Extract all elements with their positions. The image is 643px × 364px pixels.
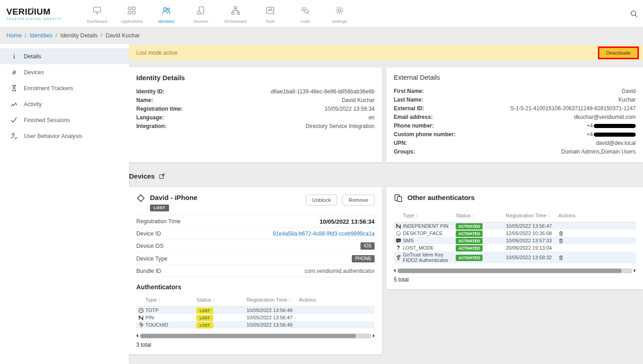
other-authenticators-card: Other authenticators Type↕ Status↕ Regis… — [386, 187, 643, 289]
devices-icon — [196, 5, 206, 17]
audit-icon — [300, 5, 310, 17]
redaction-bar — [594, 133, 636, 137]
device-name: David - iPhone — [150, 194, 197, 201]
field-value: en — [369, 114, 375, 121]
scrollbar-track[interactable] — [397, 268, 633, 273]
device-type-badge: PHONE — [352, 255, 375, 262]
annotation-highlight: Deactivate — [598, 46, 639, 59]
field-label: External ID: — [394, 105, 424, 112]
field-row: Groups:Domain Admins,Domain Users — [394, 147, 636, 156]
table-row: SMS ACTIVATED 10/05/2022 13:57:33 — [394, 237, 636, 244]
applications-icon — [127, 5, 137, 17]
device-card: David - iPhone LOST Unblock Remove Regis… — [129, 187, 382, 354]
nav-item-dashboard[interactable]: Dashboard — [83, 4, 111, 24]
orchestrator-icon — [231, 5, 241, 17]
sidebar-item-devices[interactable]: Devices — [0, 64, 129, 80]
nav-label: Dashboard — [87, 19, 107, 24]
status-badge: ACTIVATED — [456, 223, 483, 230]
pin-icon — [136, 315, 145, 321]
sidebar-item-details[interactable]: Details — [0, 48, 129, 64]
sidebar-item-enrolment-trackers[interactable]: Enrolment Trackers — [0, 80, 129, 96]
sidebar-item-activity[interactable]: Activity — [0, 96, 129, 112]
nav-item-orchestrator[interactable]: Orchestrator — [221, 4, 250, 24]
nav-item-settings[interactable]: Settings — [325, 4, 354, 24]
scrollbar-track[interactable] — [139, 333, 371, 338]
sort-icon: ↕ — [472, 213, 474, 218]
sidebar: Details Devices Enrolment Trackers Activ… — [0, 44, 129, 364]
status-badge: ACTIVATED — [456, 245, 483, 251]
top-bar: VERIDIUM TRUSTED DIGITAL IDENTITY Dashbo… — [0, 0, 643, 27]
field-value: dkuchar@veridiumid.com — [574, 114, 636, 120]
identity-details-card: Identity Details Identity ID:d6ae1ba8-11… — [129, 67, 382, 162]
external-link-icon[interactable] — [159, 173, 165, 179]
main-nav: Dashboard Applications Identities Device… — [83, 4, 354, 24]
remove-button[interactable]: Remove — [342, 195, 375, 205]
delete-authenticator-button[interactable] — [558, 238, 564, 244]
sort-icon: ↕ — [158, 297, 160, 302]
delete-authenticator-button[interactable] — [558, 255, 564, 261]
search-icon[interactable] — [629, 9, 638, 20]
scroll-right-arrow[interactable] — [634, 269, 636, 272]
nav-item-applications[interactable]: Applications — [118, 4, 146, 24]
column-header-registration-time[interactable]: Registration Time↕ — [506, 213, 558, 218]
field-value: david@dev.local — [596, 140, 636, 146]
scrollbar-thumb[interactable] — [398, 269, 622, 273]
nav-item-audit[interactable]: Audit — [291, 4, 319, 24]
table-row: PIN LOST 10/05/2022 13:56:47 — [136, 314, 375, 321]
face-icon — [394, 231, 403, 236]
field-row: External ID:S-1-5-21-410015106-206371124… — [394, 104, 636, 113]
column-header-type[interactable]: Type↕ — [145, 297, 196, 302]
breadcrumb-identities[interactable]: Identities — [30, 32, 52, 39]
nav-item-tools[interactable]: Tools — [256, 4, 284, 24]
nav-item-identities[interactable]: Identities — [152, 4, 180, 24]
field-label: Language: — [136, 114, 164, 121]
field-value: 10/05/2022 13:56:34 — [324, 106, 375, 112]
nav-item-devices[interactable]: Devices — [187, 4, 215, 24]
horizontal-scrollbar[interactable] — [136, 333, 375, 338]
scrollbar-thumb[interactable] — [140, 334, 356, 338]
breadcrumb-identity-details: Identity Details — [60, 32, 98, 39]
deactivate-button[interactable]: Deactivate — [599, 48, 638, 58]
device-status-badge: LOST — [150, 205, 169, 211]
table-row: TOTP LOST 10/05/2022 13:56:49 — [136, 307, 375, 314]
scroll-left-arrow[interactable] — [136, 334, 138, 338]
nav-label: Tools — [265, 19, 275, 24]
scroll-right-arrow[interactable] — [373, 334, 375, 338]
authenticators-table-header: Type↕ Status↕ Registration Time↕ Actions — [136, 294, 375, 307]
device-id-link[interactable]: 91e4a58a-b672-4c88-9fd3-cceb9899ca1a — [273, 231, 375, 237]
field-label: Custom phone number: — [394, 131, 455, 138]
table-row: ? LOST_MODE ACTIVATED 20/06/2022 19:13:0… — [394, 244, 636, 251]
info-icon — [10, 53, 18, 60]
horizontal-scrollbar[interactable] — [394, 268, 636, 273]
device-field-row: Device ID91e4a58a-b672-4c88-9fd3-cceb989… — [136, 228, 375, 240]
sort-icon: ↕ — [288, 297, 291, 302]
field-label: First Name: — [394, 88, 424, 94]
breadcrumb-separator: / — [101, 32, 102, 39]
column-header-registration-time[interactable]: Registration Time↕ — [247, 297, 299, 302]
registration-time-value: 10/05/2022 13:56:34 — [319, 218, 375, 225]
other-authenticators-title: Other authenticators — [407, 194, 475, 201]
unblock-button[interactable]: Unblock — [306, 195, 338, 205]
table-row: TOUCHID LOST 10/05/2022 13:56:49 — [136, 321, 375, 328]
delete-authenticator-button[interactable] — [558, 231, 564, 236]
field-row: Name:David Kuchar — [136, 96, 375, 104]
lost-mode-banner-text: Lost mode active — [136, 50, 598, 56]
status-badge: LOST — [196, 322, 213, 328]
sidebar-item-user-behavior-analysis[interactable]: User Behavior Analysis — [0, 128, 129, 144]
column-header-status[interactable]: Status↕ — [196, 297, 247, 302]
breadcrumb-current-user: David Kuchar — [106, 32, 140, 39]
column-header-type[interactable]: Type↕ — [403, 213, 456, 218]
question-icon: ? — [394, 245, 403, 251]
scroll-left-arrow[interactable] — [394, 269, 396, 272]
device-field-row: Device TypePHONE — [136, 252, 375, 265]
breadcrumb-home[interactable]: Home — [6, 32, 21, 39]
column-header-status[interactable]: Status↕ — [456, 213, 506, 218]
pin-icon — [394, 223, 403, 229]
field-row: First Name:David — [394, 87, 636, 95]
nav-label: Orchestrator — [224, 19, 247, 24]
field-value: d6ae1ba8-1139-46ec-8e96-b856bab36e6b — [271, 88, 375, 95]
settings-icon — [334, 5, 345, 17]
field-value: Directory Service Integration — [306, 123, 375, 129]
external-details-title: External Details — [394, 74, 636, 81]
sidebar-item-finished-sessions[interactable]: Finished Sessions — [0, 112, 129, 128]
